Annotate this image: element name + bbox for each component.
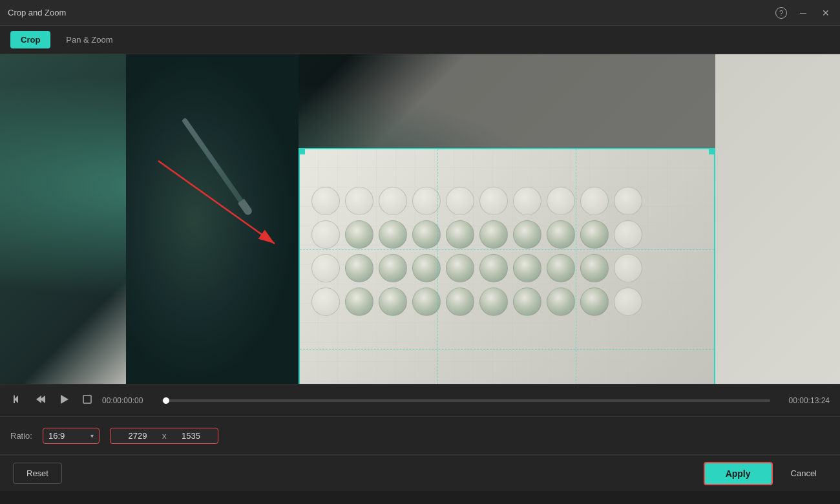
tab-crop[interactable]: Crop — [10, 31, 50, 48]
title-bar: Crop and Zoom ? ─ ✕ — [0, 0, 840, 26]
reset-button[interactable]: Reset — [13, 463, 62, 484]
well-cell — [580, 254, 609, 282]
step-back-button[interactable] — [34, 392, 49, 410]
well-cell — [614, 288, 642, 316]
well-cell — [379, 254, 407, 282]
well-cell — [379, 187, 407, 215]
well-cell — [412, 220, 441, 249]
playback-time-total: 00:00:13:24 — [778, 396, 830, 405]
well-cell — [547, 220, 575, 249]
svg-marker-6 — [61, 395, 68, 404]
well-cell — [580, 220, 609, 249]
red-arrow — [145, 148, 288, 260]
apply-button[interactable]: Apply — [704, 462, 773, 485]
dimension-separator: x — [162, 431, 167, 441]
ratio-bar: Ratio: 16:9 4:3 1:1 9:16 Custom ▾ x — [0, 416, 840, 455]
ratio-select-wrapper[interactable]: 16:9 4:3 1:1 9:16 Custom ▾ — [43, 428, 100, 444]
dimensions-wrapper[interactable]: x — [110, 428, 219, 444]
well-cell — [513, 254, 541, 282]
cancel-button[interactable]: Cancel — [781, 463, 827, 483]
well-cell — [547, 187, 575, 215]
well-cell — [311, 288, 340, 316]
video-preview — [0, 54, 840, 384]
playback-bar: 00:00:00:00 00:00:13:24 — [0, 384, 840, 416]
outside-crop-top — [299, 54, 715, 148]
well-cell — [614, 254, 642, 282]
well-cell — [479, 288, 508, 316]
well-cell — [547, 288, 575, 316]
well-cell — [513, 220, 541, 249]
height-input[interactable] — [171, 431, 210, 441]
tab-bar: Crop Pan & Zoom — [0, 26, 840, 54]
svg-line-1 — [158, 161, 275, 244]
close-button[interactable]: ✕ — [819, 7, 832, 19]
action-bar: Reset Apply Cancel — [0, 455, 840, 491]
well-cell — [345, 187, 373, 215]
help-button[interactable]: ? — [775, 7, 787, 19]
well-cell — [345, 254, 373, 282]
well-cell — [412, 288, 441, 316]
well-cell — [580, 288, 609, 316]
video-frame — [0, 54, 840, 384]
chevron-down-icon: ▾ — [90, 432, 94, 439]
window-title: Crop and Zoom — [8, 8, 66, 17]
well-cell — [479, 187, 508, 215]
svg-marker-5 — [36, 395, 41, 403]
well-cell — [379, 288, 407, 316]
well-cell — [412, 254, 441, 282]
well-cell — [345, 220, 373, 249]
wells-grid — [311, 187, 645, 384]
well-cell — [479, 220, 508, 249]
well-cell — [614, 220, 642, 249]
well-cell — [446, 220, 474, 249]
stop-button[interactable] — [80, 392, 94, 409]
ratio-select[interactable]: 16:9 4:3 1:1 9:16 Custom — [48, 431, 88, 441]
action-right-group: Apply Cancel — [704, 462, 827, 485]
tab-pan-zoom[interactable]: Pan & Zoom — [56, 31, 123, 48]
well-cell — [412, 187, 441, 215]
well-cell — [446, 187, 474, 215]
width-input[interactable] — [118, 431, 157, 441]
svg-rect-7 — [83, 395, 91, 403]
well-cell — [513, 187, 541, 215]
well-cell — [446, 288, 474, 316]
back-to-start-button[interactable] — [10, 392, 26, 410]
well-cell — [614, 187, 642, 215]
well-cell — [580, 187, 609, 215]
well-cell — [345, 288, 373, 316]
well-cell — [513, 288, 541, 316]
well-cell — [446, 254, 474, 282]
well-cell — [547, 254, 575, 282]
ratio-label: Ratio: — [10, 431, 32, 441]
progress-bar[interactable] — [162, 399, 770, 402]
progress-dot — [163, 397, 169, 404]
play-button[interactable] — [57, 392, 72, 410]
minimize-button[interactable]: ─ — [797, 7, 809, 19]
playback-time-current: 00:00:00:00 — [102, 396, 154, 405]
svg-rect-3 — [14, 395, 15, 403]
well-cell — [311, 254, 340, 282]
well-cell — [311, 187, 340, 215]
well-cell — [379, 220, 407, 249]
well-cell — [311, 220, 340, 249]
well-plate-area — [299, 148, 715, 384]
well-cell — [479, 254, 508, 282]
